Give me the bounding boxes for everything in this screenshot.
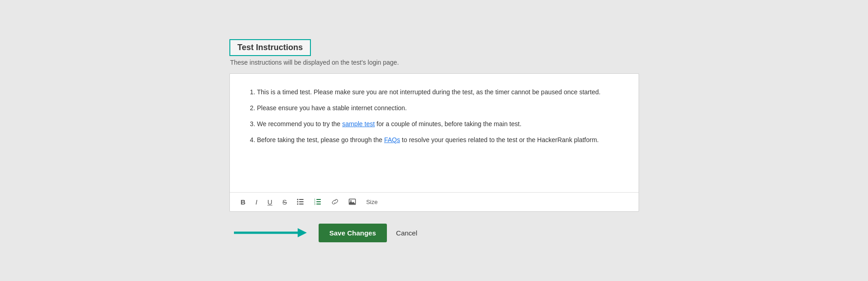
list-item: Please ensure you have a stable internet… <box>257 103 620 113</box>
arrow-container <box>229 225 311 241</box>
svg-rect-0 <box>299 199 304 200</box>
ordered-list-button[interactable]: 1 2 3 <box>312 197 323 206</box>
size-button[interactable]: Size <box>364 198 379 206</box>
faqs-link[interactable]: FAQs <box>384 136 400 143</box>
unordered-list-icon <box>297 198 304 205</box>
title-section: Test Instructions These instructions wil… <box>229 39 639 66</box>
svg-point-5 <box>297 204 299 205</box>
image-icon <box>349 198 356 205</box>
editor-content[interactable]: This is a timed test. Please make sure y… <box>230 74 639 192</box>
strikethrough-button[interactable]: S <box>280 197 289 207</box>
list-item: Before taking the test, please go throug… <box>257 135 620 145</box>
section-title: Test Instructions <box>238 43 303 52</box>
sample-test-link[interactable]: sample test <box>342 120 375 128</box>
image-button[interactable] <box>347 197 358 206</box>
ordered-list-icon: 1 2 3 <box>314 198 321 205</box>
save-button[interactable]: Save Changes <box>319 224 387 242</box>
section-title-box: Test Instructions <box>229 39 311 56</box>
bold-button[interactable]: B <box>239 197 248 207</box>
link-icon <box>331 198 339 205</box>
svg-rect-6 <box>316 199 321 200</box>
arrow-icon <box>229 225 311 241</box>
underline-button[interactable]: U <box>266 197 274 207</box>
instructions-list: This is a timed test. Please make sure y… <box>248 87 620 145</box>
svg-point-3 <box>297 199 299 200</box>
link-button[interactable] <box>330 197 340 206</box>
list-item: This is a timed test. Please make sure y… <box>257 87 620 97</box>
svg-rect-8 <box>316 204 321 204</box>
svg-point-4 <box>297 201 299 203</box>
list-item: We recommend you to try the sample test … <box>257 119 620 129</box>
cancel-button[interactable]: Cancel <box>392 224 421 242</box>
buttons-group: Save Changes Cancel <box>319 224 421 242</box>
svg-rect-2 <box>299 204 304 204</box>
section-subtitle: These instructions will be displayed on … <box>230 59 639 66</box>
svg-rect-1 <box>299 201 304 202</box>
editor-toolbar: B I U S 1 <box>230 192 639 211</box>
svg-rect-7 <box>316 201 321 202</box>
unordered-list-button[interactable] <box>295 197 306 206</box>
svg-text:3: 3 <box>314 203 315 205</box>
svg-marker-15 <box>298 228 307 237</box>
italic-button[interactable]: I <box>254 197 259 207</box>
editor-wrapper: This is a timed test. Please make sure y… <box>229 73 639 212</box>
main-container: Test Instructions These instructions wil… <box>229 39 639 242</box>
action-section: Save Changes Cancel <box>229 224 639 242</box>
